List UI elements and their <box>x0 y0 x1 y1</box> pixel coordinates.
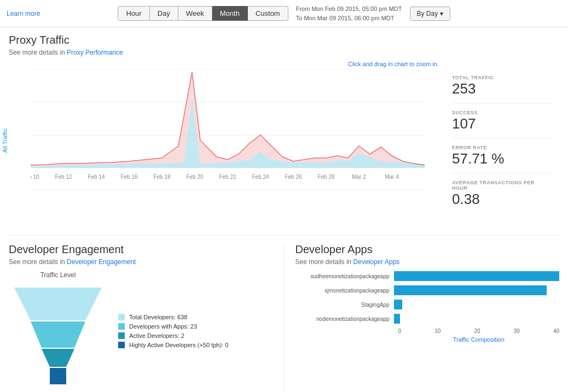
traffic-title: Proxy Traffic <box>9 34 559 46</box>
legend-color-2 <box>118 332 125 339</box>
x-label-10: 10 <box>434 328 441 334</box>
dev-apps-section: Developer Apps See more details in Devel… <box>285 243 560 392</box>
top-bar: Learn more Hour Day Week Month Custom Fr… <box>0 0 568 27</box>
total-traffic-label: TOTAL TRAFFIC <box>452 75 552 80</box>
main-content: Proxy Traffic See more details in Proxy … <box>0 27 568 392</box>
month-button[interactable]: Month <box>212 6 248 21</box>
funnel-container: Traffic Level <box>9 271 273 392</box>
svg-text:Feb 14: Feb 14 <box>88 174 105 180</box>
x-axis-labels: 0 10 20 30 40 <box>398 328 560 334</box>
legend-label-0: Total Developers: 638 <box>129 314 187 320</box>
dev-engagement-title: Developer Engagement <box>9 243 273 256</box>
svg-text:Mar 2: Mar 2 <box>352 174 366 180</box>
bottom-sections: Developer Engagement See more details in… <box>9 235 559 392</box>
success-label: SUCCESS <box>452 110 552 115</box>
svg-text:Feb 10: Feb 10 <box>31 174 39 180</box>
bar-chart: sudheemonetizationpackageapp sjmonetizat… <box>295 271 560 343</box>
avg-tx-label: AVERAGE TRANSACTIONS PER HOUR <box>452 180 552 191</box>
avg-tx-stat: AVERAGE TRANSACTIONS PER HOUR 0.38 <box>452 180 552 213</box>
bar-fill-3 <box>394 314 400 324</box>
svg-text:Feb 12: Feb 12 <box>55 174 72 180</box>
bar-label-1: sjmonetizationpackageapp <box>295 288 394 294</box>
legend-color-0 <box>118 314 125 320</box>
date-range-line2: To Mon Mar 09 2015, 06:00 pm MDT <box>296 14 402 23</box>
funnel-level-2 <box>31 321 85 348</box>
success-stat: SUCCESS 107 <box>452 110 552 138</box>
zoom-hint: Click and drag in chart to zoom in. <box>9 61 559 67</box>
bar-fill-1 <box>394 285 547 295</box>
bar-label-3: nodemonetizationpackageapp <box>295 316 394 322</box>
x-label-40: 40 <box>553 328 559 334</box>
bar-label-2: StagingApp <box>295 302 394 308</box>
bar-fill-2 <box>394 300 402 309</box>
legend-label-2: Active Developers: 2 <box>129 332 184 339</box>
dev-apps-title: Developer Apps <box>295 243 560 256</box>
svg-text:Feb 16: Feb 16 <box>120 174 138 180</box>
avg-tx-value: 0.38 <box>452 191 552 208</box>
bar-row-0: sudheemonetizationpackageapp <box>295 271 560 281</box>
error-rate-stat: ERROR RATE 57.71 % <box>452 145 552 173</box>
chart-and-stats: All Traffic 75 50 25 0 <box>9 69 559 225</box>
dev-engagement-link[interactable]: Developer Engagement <box>67 258 136 266</box>
legend-label-3: Highly Active Developers (+50 tph): 0 <box>129 342 228 348</box>
legend-color-1 <box>118 323 125 330</box>
traffic-chart-svg: 75 50 25 0 Feb 10 Feb 12 Feb 14 <box>31 69 436 201</box>
bar-label-0: sudheemonetizationpackageapp <box>295 273 394 279</box>
bar-row-2: StagingApp <box>295 300 560 309</box>
svg-text:Feb 26: Feb 26 <box>285 174 302 180</box>
x-axis-title: Traffic Composition <box>398 336 560 343</box>
funnel-legend: Total Developers: 638 Developers with Ap… <box>118 314 228 351</box>
total-traffic-value: 253 <box>452 80 552 97</box>
day-button[interactable]: Day <box>150 6 178 21</box>
learn-more-link[interactable]: Learn more <box>7 10 40 17</box>
dev-engagement-section: Developer Engagement See more details in… <box>9 243 285 392</box>
legend-item-2: Active Developers: 2 <box>118 332 228 339</box>
traffic-subtitle: See more details in Proxy Performance <box>9 49 559 56</box>
bar-track-3 <box>394 314 560 324</box>
funnel-level-1 <box>14 288 102 320</box>
funnel-svg <box>9 282 107 391</box>
chart-wrapper: All Traffic 75 50 25 0 <box>9 69 444 212</box>
time-buttons: Hour Day Week Month Custom <box>118 6 288 21</box>
x-label-0: 0 <box>398 328 402 334</box>
stats-panel: TOTAL TRAFFIC 253 SUCCESS 107 ERROR RATE… <box>444 69 559 225</box>
legend-item-1: Developers with Apps: 23 <box>118 323 228 330</box>
week-button[interactable]: Week <box>178 6 212 21</box>
traffic-section: Proxy Traffic See more details in Proxy … <box>9 34 559 225</box>
svg-text:Mar 4: Mar 4 <box>385 174 399 180</box>
date-range-line1: From Mon Feb 09 2015, 05:00 pm MDT <box>296 4 402 14</box>
dev-engagement-subtitle: See more details in Developer Engagement <box>9 258 273 266</box>
funnel-level-4 <box>50 368 66 384</box>
error-rate-label: ERROR RATE <box>452 145 552 150</box>
svg-text:Feb 20: Feb 20 <box>186 174 204 180</box>
pink-area <box>31 72 425 167</box>
legend-item-0: Total Developers: 638 <box>118 314 228 320</box>
date-range: From Mon Feb 09 2015, 05:00 pm MDT To Mo… <box>296 4 402 22</box>
dev-apps-link[interactable]: Developer Apps <box>353 258 400 266</box>
legend-item-3: Highly Active Developers (+50 tph): 0 <box>118 342 228 348</box>
success-value: 107 <box>452 115 552 132</box>
y-axis-label: All Traffic <box>2 128 8 153</box>
by-day-button[interactable]: By Day ▾ <box>410 7 450 21</box>
error-rate-value: 57.71 % <box>452 150 552 167</box>
svg-text:Feb 24: Feb 24 <box>252 174 269 180</box>
svg-text:Feb 22: Feb 22 <box>219 174 236 180</box>
bar-track-0 <box>394 271 560 281</box>
funnel-chart: Traffic Level <box>9 271 107 392</box>
legend-color-3 <box>118 342 125 348</box>
funnel-level-3 <box>42 349 74 367</box>
bar-row-1: sjmonetizationpackageapp <box>295 285 560 295</box>
hour-button[interactable]: Hour <box>118 6 149 21</box>
total-traffic-stat: TOTAL TRAFFIC 253 <box>452 75 552 103</box>
bar-row-3: nodemonetizationpackageapp <box>295 314 560 324</box>
svg-text:Feb 18: Feb 18 <box>153 174 171 180</box>
traffic-chart: All Traffic 75 50 25 0 <box>9 69 444 223</box>
custom-button[interactable]: Custom <box>248 6 288 21</box>
x-label-20: 20 <box>474 328 480 334</box>
legend-label-1: Developers with Apps: 23 <box>129 323 197 330</box>
proxy-performance-link[interactable]: Proxy Performance <box>67 49 123 56</box>
svg-text:Feb 28: Feb 28 <box>317 174 335 180</box>
blue-area <box>31 97 425 168</box>
bar-fill-0 <box>394 271 560 281</box>
bar-track-1 <box>394 285 560 295</box>
